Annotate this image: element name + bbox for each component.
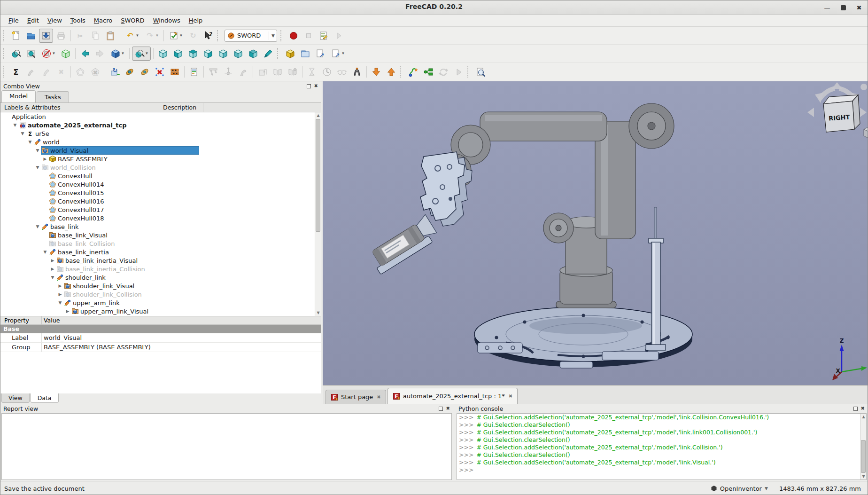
fit-all-button[interactable] <box>9 47 23 61</box>
nav-cube-face-label[interactable]: RIGHT <box>829 113 850 122</box>
tree-item-shoulder-link[interactable]: ▼shoulder_link <box>0 273 321 282</box>
tree-item-upper-arm-link-visual[interactable]: ▶upper_arm_link_Visual <box>0 307 321 315</box>
nav-back-button[interactable] <box>78 47 92 61</box>
expand-arrow-icon[interactable]: ▼ <box>34 165 41 170</box>
nav-arrow-up-icon[interactable] <box>832 82 842 89</box>
move-down-button[interactable] <box>369 65 383 79</box>
tree-item-convexhull[interactable]: ConvexHull <box>0 172 321 180</box>
waypoints-button[interactable] <box>168 65 182 79</box>
robot-model[interactable] <box>437 103 674 308</box>
chevron-down-icon[interactable]: ▼ <box>179 33 183 38</box>
menu-file[interactable]: File <box>4 16 23 25</box>
gripper-button[interactable] <box>350 65 364 79</box>
value-column-header[interactable]: Value <box>42 316 321 324</box>
menu-help[interactable]: Help <box>185 16 207 25</box>
tree-item-base-link[interactable]: ▼base_link <box>0 222 321 231</box>
expand-arrow-icon[interactable]: ▶ <box>64 309 71 314</box>
tree-item-convexhull016[interactable]: ConvexHull016 <box>0 197 321 205</box>
expand-arrow-icon[interactable]: ▶ <box>57 283 63 288</box>
property-value[interactable]: BASE_ASSEMBLY (BASE ASSEMBLY) <box>42 343 321 352</box>
trajectory-button[interactable] <box>406 65 420 79</box>
property-value[interactable]: world_Visual <box>42 333 321 342</box>
navigation-cube[interactable]: RIGHT <box>807 82 868 139</box>
maximize-button[interactable] <box>837 2 849 13</box>
toolbar-drag-handle[interactable] <box>280 30 284 41</box>
tree-item-base-assembly[interactable]: ▶BASE ASSEMBLY <box>0 155 321 163</box>
sword-sigma-button[interactable]: Σ <box>9 65 23 79</box>
expand-arrow-icon[interactable]: ▶ <box>42 157 48 161</box>
view-rear-button[interactable] <box>216 47 230 61</box>
tree-item-base-link-inertia-collision[interactable]: ▶base_link_inertia_Collision <box>0 265 321 273</box>
tree-item-automate-2025-external-tcp[interactable]: ▼automate_2025_external_tcp <box>0 121 321 129</box>
expand-arrow-icon[interactable]: ▶ <box>49 258 56 263</box>
tree-item-ur5e[interactable]: ▼Σur5e <box>0 129 321 138</box>
tab-data[interactable]: Data <box>31 393 59 403</box>
toolbar-drag-handle[interactable] <box>277 48 280 59</box>
scrollbar-thumb[interactable] <box>316 119 320 232</box>
view-front-button[interactable] <box>171 47 185 61</box>
rotate-axis-button[interactable]: ↻ <box>108 65 122 79</box>
tree-item-shoulder-link-visual[interactable]: ▶shoulder_link_Visual <box>0 282 321 290</box>
toolbar-drag-handle[interactable] <box>467 66 471 78</box>
property-group-base[interactable]: Base <box>0 325 321 333</box>
sync-view-button[interactable]: ▼ <box>132 47 151 61</box>
scrollbar-thumb[interactable] <box>861 440 866 473</box>
view-right-button[interactable] <box>201 47 215 61</box>
tree-item-convexhull015[interactable]: ConvexHull015 <box>0 189 321 197</box>
expand-arrow-icon[interactable]: ▼ <box>57 300 63 305</box>
tree-item-base-link-inertia-visual[interactable]: ▶base_link_inertia_Visual <box>0 256 321 265</box>
flow-nodes-button[interactable] <box>421 65 435 79</box>
chevron-down-icon[interactable]: ▼ <box>145 51 149 55</box>
tab-view[interactable]: View <box>1 393 30 403</box>
view-left-button[interactable] <box>246 47 260 61</box>
report-document-button[interactable] <box>187 65 201 79</box>
save-button[interactable] <box>39 29 53 43</box>
clear-nodes-button[interactable]: ✖ <box>153 65 167 79</box>
scroll-up-icon[interactable]: ▲ <box>860 414 867 420</box>
python-console-content[interactable]: >>># Gui.Selection.addSelection('automat… <box>457 413 867 480</box>
chevron-down-icon[interactable]: ▼ <box>52 51 56 55</box>
tree-item-convexhull017[interactable]: ConvexHull017 <box>0 205 321 214</box>
console-vertical-scrollbar[interactable]: ▲ ▼ <box>860 414 866 479</box>
open-document-button[interactable] <box>24 29 38 43</box>
close-tab-icon[interactable]: ✖ <box>509 393 512 399</box>
expand-arrow-icon[interactable]: ▶ <box>49 267 56 271</box>
tree-item-base-link-visual[interactable]: base_link_Visual <box>0 231 321 239</box>
scroll-down-icon[interactable]: ▼ <box>315 310 321 316</box>
new-document-button[interactable] <box>9 29 23 43</box>
end-effector-bracket-model[interactable] <box>420 152 472 226</box>
mini-cube-icon[interactable] <box>864 126 868 139</box>
expand-arrow-icon[interactable]: ▼ <box>12 123 18 127</box>
menu-windows[interactable]: Windows <box>149 16 185 25</box>
view-bottom-button[interactable] <box>231 47 245 61</box>
nav-arrow-left-icon[interactable] <box>807 108 814 117</box>
view-axonometric-button[interactable] <box>156 47 170 61</box>
nav-arrow-right-icon[interactable] <box>860 108 867 117</box>
expand-arrow-icon[interactable]: ▼ <box>34 148 41 153</box>
toolbar-drag-handle[interactable] <box>217 30 220 41</box>
scroll-up-icon[interactable]: ▲ <box>315 112 321 118</box>
minimize-button[interactable]: — <box>822 2 833 13</box>
menu-macro[interactable]: Macro <box>90 16 116 25</box>
tree-item-shoulder-link-collision[interactable]: ▶shoulder_link_Collision <box>0 290 321 299</box>
property-column-header[interactable]: Property <box>0 316 42 324</box>
chevron-down-icon[interactable]: ▼ <box>269 31 275 40</box>
tree-item-base-link-collision[interactable]: base_link_Collision <box>0 239 321 248</box>
bounding-box-button[interactable] <box>59 47 73 61</box>
expand-arrow-icon[interactable]: ▼ <box>34 224 41 229</box>
expand-arrow-icon[interactable]: ▶ <box>57 292 63 297</box>
expand-arrow-icon[interactable]: ▼ <box>19 131 26 136</box>
measure-button[interactable] <box>261 47 275 61</box>
close-panel-icon[interactable]: ✖ <box>314 84 318 88</box>
chevron-down-icon[interactable]: ▼ <box>136 33 140 38</box>
tree-item-world-visual[interactable]: ▼world_Visual <box>0 146 321 155</box>
renderer-selector[interactable]: OpenInventor ▼ <box>711 485 768 492</box>
close-tab-icon[interactable]: ✖ <box>377 394 380 400</box>
close-panel-icon[interactable]: ✖ <box>861 406 865 411</box>
chevron-down-icon[interactable]: ▼ <box>341 51 345 55</box>
lens-tool-button-1[interactable] <box>123 65 137 79</box>
tree-item-world[interactable]: ▼world <box>0 138 321 146</box>
edit-mode-button[interactable]: ▼ <box>166 29 185 43</box>
expand-arrow-icon[interactable]: ▼ <box>49 275 56 280</box>
macro-record-button[interactable] <box>287 29 301 43</box>
